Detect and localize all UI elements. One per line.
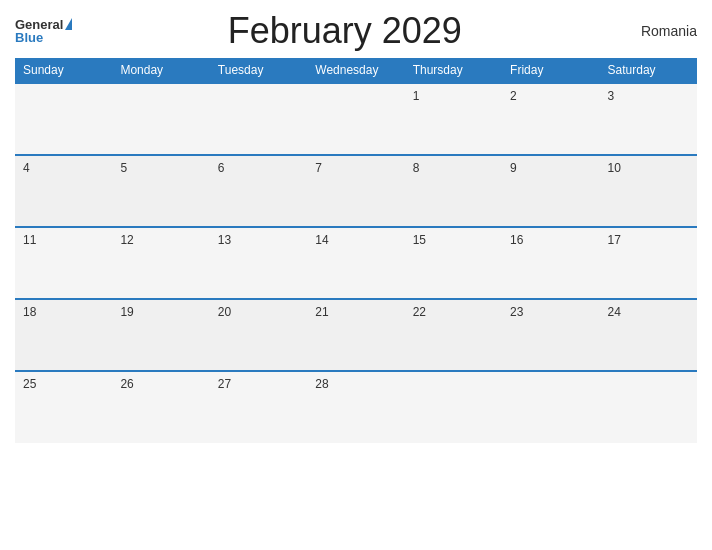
day-number: 3 xyxy=(608,89,615,103)
header: General Blue February 2029 Romania xyxy=(15,10,697,52)
calendar-cell: 2 xyxy=(502,83,599,155)
calendar-cell: 12 xyxy=(112,227,209,299)
calendar-cell: 15 xyxy=(405,227,502,299)
calendar-cell: 14 xyxy=(307,227,404,299)
calendar-cell: 8 xyxy=(405,155,502,227)
calendar-cell: 7 xyxy=(307,155,404,227)
calendar-cell: 5 xyxy=(112,155,209,227)
day-number: 24 xyxy=(608,305,621,319)
calendar-cell: 1 xyxy=(405,83,502,155)
day-number: 9 xyxy=(510,161,517,175)
calendar-cell: 26 xyxy=(112,371,209,443)
calendar-cell xyxy=(210,83,307,155)
day-number: 19 xyxy=(120,305,133,319)
calendar-body: 1234567891011121314151617181920212223242… xyxy=(15,83,697,443)
day-number: 5 xyxy=(120,161,127,175)
weekday-header-monday: Monday xyxy=(112,58,209,83)
day-number: 4 xyxy=(23,161,30,175)
day-number: 12 xyxy=(120,233,133,247)
calendar-cell: 9 xyxy=(502,155,599,227)
week-row-5: 25262728 xyxy=(15,371,697,443)
day-number: 23 xyxy=(510,305,523,319)
calendar-page: General Blue February 2029 Romania Sunda… xyxy=(0,0,712,550)
day-number: 26 xyxy=(120,377,133,391)
day-number: 17 xyxy=(608,233,621,247)
logo-triangle-icon xyxy=(65,18,72,30)
week-row-1: 123 xyxy=(15,83,697,155)
logo-blue-text: Blue xyxy=(15,31,43,44)
calendar-cell: 4 xyxy=(15,155,112,227)
week-row-4: 18192021222324 xyxy=(15,299,697,371)
calendar-cell: 17 xyxy=(600,227,697,299)
weekday-header-wednesday: Wednesday xyxy=(307,58,404,83)
calendar-cell xyxy=(405,371,502,443)
calendar-cell: 18 xyxy=(15,299,112,371)
calendar-cell: 16 xyxy=(502,227,599,299)
weekday-header-tuesday: Tuesday xyxy=(210,58,307,83)
calendar-cell: 6 xyxy=(210,155,307,227)
day-number: 7 xyxy=(315,161,322,175)
day-number: 10 xyxy=(608,161,621,175)
weekday-header-row: SundayMondayTuesdayWednesdayThursdayFrid… xyxy=(15,58,697,83)
week-row-3: 11121314151617 xyxy=(15,227,697,299)
day-number: 1 xyxy=(413,89,420,103)
calendar-cell: 23 xyxy=(502,299,599,371)
day-number: 8 xyxy=(413,161,420,175)
calendar-cell xyxy=(600,371,697,443)
day-number: 27 xyxy=(218,377,231,391)
day-number: 25 xyxy=(23,377,36,391)
calendar-cell: 28 xyxy=(307,371,404,443)
calendar-cell: 13 xyxy=(210,227,307,299)
weekday-header-friday: Friday xyxy=(502,58,599,83)
day-number: 11 xyxy=(23,233,36,247)
day-number: 21 xyxy=(315,305,328,319)
logo: General Blue xyxy=(15,18,72,44)
calendar-cell: 22 xyxy=(405,299,502,371)
day-number: 20 xyxy=(218,305,231,319)
weekday-header-thursday: Thursday xyxy=(405,58,502,83)
day-number: 13 xyxy=(218,233,231,247)
weekday-header-saturday: Saturday xyxy=(600,58,697,83)
country-label: Romania xyxy=(617,23,697,39)
calendar-header: SundayMondayTuesdayWednesdayThursdayFrid… xyxy=(15,58,697,83)
calendar-cell: 3 xyxy=(600,83,697,155)
weekday-header-sunday: Sunday xyxy=(15,58,112,83)
calendar-cell xyxy=(502,371,599,443)
calendar-cell: 25 xyxy=(15,371,112,443)
day-number: 22 xyxy=(413,305,426,319)
calendar-cell xyxy=(15,83,112,155)
calendar-cell: 19 xyxy=(112,299,209,371)
calendar-cell: 11 xyxy=(15,227,112,299)
day-number: 2 xyxy=(510,89,517,103)
day-number: 14 xyxy=(315,233,328,247)
day-number: 15 xyxy=(413,233,426,247)
day-number: 16 xyxy=(510,233,523,247)
day-number: 6 xyxy=(218,161,225,175)
day-number: 28 xyxy=(315,377,328,391)
calendar-cell: 24 xyxy=(600,299,697,371)
calendar-cell: 21 xyxy=(307,299,404,371)
calendar-cell xyxy=(112,83,209,155)
calendar-cell xyxy=(307,83,404,155)
week-row-2: 45678910 xyxy=(15,155,697,227)
calendar-cell: 27 xyxy=(210,371,307,443)
calendar-table: SundayMondayTuesdayWednesdayThursdayFrid… xyxy=(15,58,697,443)
day-number: 18 xyxy=(23,305,36,319)
calendar-cell: 10 xyxy=(600,155,697,227)
calendar-cell: 20 xyxy=(210,299,307,371)
calendar-title: February 2029 xyxy=(72,10,617,52)
